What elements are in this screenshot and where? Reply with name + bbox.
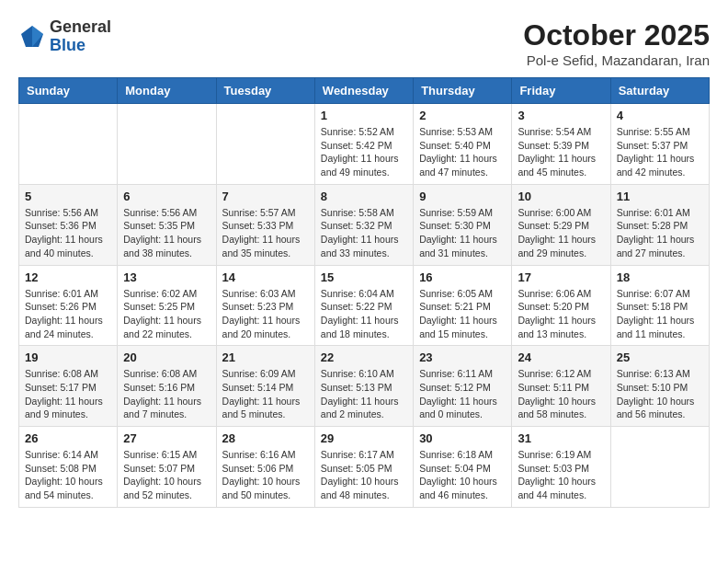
day-info: Sunrise: 6:01 AM Sunset: 5:26 PM Dayligh… bbox=[25, 287, 111, 341]
calendar-week-4: 19Sunrise: 6:08 AM Sunset: 5:17 PM Dayli… bbox=[19, 346, 710, 427]
day-info: Sunrise: 6:16 AM Sunset: 5:06 PM Dayligh… bbox=[222, 448, 309, 502]
calendar-cell: 1Sunrise: 5:52 AM Sunset: 5:42 PM Daylig… bbox=[314, 104, 413, 185]
day-info: Sunrise: 6:06 AM Sunset: 5:20 PM Dayligh… bbox=[518, 287, 604, 341]
calendar-week-3: 12Sunrise: 6:01 AM Sunset: 5:26 PM Dayli… bbox=[19, 265, 710, 346]
day-number: 25 bbox=[617, 350, 703, 364]
day-info: Sunrise: 6:11 AM Sunset: 5:12 PM Dayligh… bbox=[419, 367, 506, 421]
calendar-cell: 28Sunrise: 6:16 AM Sunset: 5:06 PM Dayli… bbox=[216, 427, 314, 508]
logo-general-text: General bbox=[50, 18, 111, 37]
calendar-week-1: 1Sunrise: 5:52 AM Sunset: 5:42 PM Daylig… bbox=[19, 104, 710, 185]
column-header-saturday: Saturday bbox=[610, 78, 709, 104]
calendar-cell: 4Sunrise: 5:55 AM Sunset: 5:37 PM Daylig… bbox=[610, 104, 709, 185]
calendar-cell: 19Sunrise: 6:08 AM Sunset: 5:17 PM Dayli… bbox=[19, 346, 118, 427]
day-info: Sunrise: 6:09 AM Sunset: 5:14 PM Dayligh… bbox=[222, 367, 309, 421]
day-number: 22 bbox=[321, 350, 407, 364]
day-number: 11 bbox=[617, 190, 703, 203]
day-info: Sunrise: 6:04 AM Sunset: 5:22 PM Dayligh… bbox=[321, 287, 407, 341]
calendar-cell: 7Sunrise: 5:57 AM Sunset: 5:33 PM Daylig… bbox=[216, 184, 314, 265]
day-number: 5 bbox=[25, 190, 111, 203]
calendar-week-2: 5Sunrise: 5:56 AM Sunset: 5:36 PM Daylig… bbox=[19, 184, 710, 265]
day-info: Sunrise: 6:05 AM Sunset: 5:21 PM Dayligh… bbox=[419, 287, 506, 341]
day-info: Sunrise: 6:15 AM Sunset: 5:07 PM Dayligh… bbox=[123, 448, 210, 502]
calendar-cell: 24Sunrise: 6:12 AM Sunset: 5:11 PM Dayli… bbox=[512, 346, 610, 427]
header-row: SundayMondayTuesdayWednesdayThursdayFrid… bbox=[19, 78, 710, 104]
calendar-cell: 13Sunrise: 6:02 AM Sunset: 5:25 PM Dayli… bbox=[118, 265, 216, 346]
calendar-cell: 5Sunrise: 5:56 AM Sunset: 5:36 PM Daylig… bbox=[19, 184, 118, 265]
calendar-cell: 9Sunrise: 5:59 AM Sunset: 5:30 PM Daylig… bbox=[414, 184, 512, 265]
calendar-cell: 26Sunrise: 6:14 AM Sunset: 5:08 PM Dayli… bbox=[19, 427, 118, 508]
day-info: Sunrise: 6:07 AM Sunset: 5:18 PM Dayligh… bbox=[617, 287, 703, 341]
day-number: 24 bbox=[518, 350, 604, 364]
calendar-cell: 23Sunrise: 6:11 AM Sunset: 5:12 PM Dayli… bbox=[414, 346, 512, 427]
calendar-cell bbox=[118, 104, 216, 185]
calendar-cell bbox=[610, 427, 709, 508]
day-number: 4 bbox=[617, 109, 703, 122]
calendar-cell: 12Sunrise: 6:01 AM Sunset: 5:26 PM Dayli… bbox=[19, 265, 118, 346]
calendar-week-5: 26Sunrise: 6:14 AM Sunset: 5:08 PM Dayli… bbox=[19, 427, 710, 508]
calendar-cell bbox=[19, 104, 118, 185]
day-number: 13 bbox=[123, 270, 210, 284]
calendar-cell: 15Sunrise: 6:04 AM Sunset: 5:22 PM Dayli… bbox=[314, 265, 413, 346]
calendar-cell: 14Sunrise: 6:03 AM Sunset: 5:23 PM Dayli… bbox=[216, 265, 314, 346]
calendar-table: SundayMondayTuesdayWednesdayThursdayFrid… bbox=[18, 77, 710, 508]
day-number: 31 bbox=[518, 431, 604, 445]
day-number: 18 bbox=[617, 270, 703, 284]
day-number: 21 bbox=[222, 350, 309, 364]
calendar-cell: 29Sunrise: 6:17 AM Sunset: 5:05 PM Dayli… bbox=[314, 427, 413, 508]
calendar-cell: 21Sunrise: 6:09 AM Sunset: 5:14 PM Dayli… bbox=[216, 346, 314, 427]
month-title: October 2025 bbox=[523, 18, 710, 52]
day-info: Sunrise: 6:08 AM Sunset: 5:16 PM Dayligh… bbox=[123, 367, 210, 421]
day-number: 10 bbox=[518, 190, 604, 203]
day-info: Sunrise: 5:58 AM Sunset: 5:32 PM Dayligh… bbox=[321, 206, 407, 260]
day-info: Sunrise: 6:18 AM Sunset: 5:04 PM Dayligh… bbox=[419, 448, 506, 502]
day-info: Sunrise: 6:17 AM Sunset: 5:05 PM Dayligh… bbox=[321, 448, 407, 502]
calendar-cell: 27Sunrise: 6:15 AM Sunset: 5:07 PM Dayli… bbox=[118, 427, 216, 508]
column-header-thursday: Thursday bbox=[414, 78, 512, 104]
day-info: Sunrise: 5:56 AM Sunset: 5:36 PM Dayligh… bbox=[25, 206, 111, 260]
calendar-cell: 11Sunrise: 6:01 AM Sunset: 5:28 PM Dayli… bbox=[610, 184, 709, 265]
day-info: Sunrise: 5:52 AM Sunset: 5:42 PM Dayligh… bbox=[321, 125, 407, 179]
calendar-cell: 25Sunrise: 6:13 AM Sunset: 5:10 PM Dayli… bbox=[610, 346, 709, 427]
column-header-monday: Monday bbox=[118, 78, 216, 104]
page-header: General Blue October 2025 Pol-e Sefid, M… bbox=[18, 18, 710, 68]
day-number: 16 bbox=[419, 270, 506, 284]
day-info: Sunrise: 6:12 AM Sunset: 5:11 PM Dayligh… bbox=[518, 367, 604, 421]
day-info: Sunrise: 6:13 AM Sunset: 5:10 PM Dayligh… bbox=[617, 367, 703, 421]
column-header-wednesday: Wednesday bbox=[314, 78, 413, 104]
day-number: 23 bbox=[419, 350, 506, 364]
day-info: Sunrise: 6:19 AM Sunset: 5:03 PM Dayligh… bbox=[518, 448, 604, 502]
title-section: October 2025 Pol-e Sefid, Mazandaran, Ir… bbox=[523, 18, 710, 68]
day-number: 19 bbox=[25, 350, 111, 364]
calendar-cell: 8Sunrise: 5:58 AM Sunset: 5:32 PM Daylig… bbox=[314, 184, 413, 265]
day-number: 27 bbox=[123, 431, 210, 445]
day-info: Sunrise: 6:00 AM Sunset: 5:29 PM Dayligh… bbox=[518, 206, 604, 260]
day-info: Sunrise: 6:01 AM Sunset: 5:28 PM Dayligh… bbox=[617, 206, 703, 260]
calendar-cell: 22Sunrise: 6:10 AM Sunset: 5:13 PM Dayli… bbox=[314, 346, 413, 427]
day-number: 17 bbox=[518, 270, 604, 284]
day-info: Sunrise: 5:57 AM Sunset: 5:33 PM Dayligh… bbox=[222, 206, 309, 260]
calendar-cell: 20Sunrise: 6:08 AM Sunset: 5:16 PM Dayli… bbox=[118, 346, 216, 427]
calendar-cell: 17Sunrise: 6:06 AM Sunset: 5:20 PM Dayli… bbox=[512, 265, 610, 346]
day-info: Sunrise: 5:53 AM Sunset: 5:40 PM Dayligh… bbox=[419, 125, 506, 179]
day-number: 26 bbox=[25, 431, 111, 445]
day-info: Sunrise: 6:14 AM Sunset: 5:08 PM Dayligh… bbox=[25, 448, 111, 502]
day-number: 2 bbox=[419, 109, 506, 122]
day-info: Sunrise: 5:54 AM Sunset: 5:39 PM Dayligh… bbox=[518, 125, 604, 179]
day-info: Sunrise: 5:59 AM Sunset: 5:30 PM Dayligh… bbox=[419, 206, 506, 260]
calendar-cell: 10Sunrise: 6:00 AM Sunset: 5:29 PM Dayli… bbox=[512, 184, 610, 265]
calendar-cell: 30Sunrise: 6:18 AM Sunset: 5:04 PM Dayli… bbox=[414, 427, 512, 508]
day-number: 9 bbox=[419, 190, 506, 203]
location-text: Pol-e Sefid, Mazandaran, Iran bbox=[523, 52, 710, 68]
day-number: 12 bbox=[25, 270, 111, 284]
day-info: Sunrise: 5:55 AM Sunset: 5:37 PM Dayligh… bbox=[617, 125, 703, 179]
calendar-cell: 3Sunrise: 5:54 AM Sunset: 5:39 PM Daylig… bbox=[512, 104, 610, 185]
calendar-cell: 6Sunrise: 5:56 AM Sunset: 5:35 PM Daylig… bbox=[118, 184, 216, 265]
calendar-body: 1Sunrise: 5:52 AM Sunset: 5:42 PM Daylig… bbox=[19, 104, 710, 508]
day-number: 8 bbox=[321, 190, 407, 203]
day-number: 30 bbox=[419, 431, 506, 445]
calendar-cell: 31Sunrise: 6:19 AM Sunset: 5:03 PM Dayli… bbox=[512, 427, 610, 508]
column-header-tuesday: Tuesday bbox=[216, 78, 314, 104]
day-number: 3 bbox=[518, 109, 604, 122]
calendar-cell bbox=[216, 104, 314, 185]
calendar-cell: 16Sunrise: 6:05 AM Sunset: 5:21 PM Dayli… bbox=[414, 265, 512, 346]
